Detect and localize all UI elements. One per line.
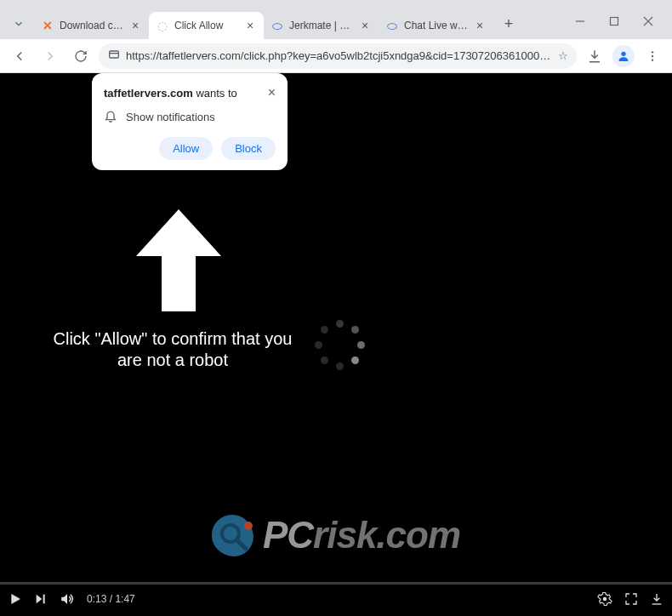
- tab-strip: ✕ Download clean To… × ◌ Click Allow × ⬭…: [0, 9, 672, 39]
- tab-label: Chat Live with Hot …: [404, 20, 470, 31]
- tab-search-button[interactable]: [7, 12, 31, 36]
- address-bar[interactable]: https://taffetlervers.com/click.php?key=…: [99, 43, 577, 69]
- kebab-menu-button[interactable]: [640, 43, 665, 69]
- allow-button[interactable]: Allow: [159, 137, 213, 160]
- tab-4[interactable]: ⬭ Chat Live with Hot … ×: [379, 12, 493, 39]
- svg-point-7: [652, 51, 653, 53]
- tab-label: Jerkmate | Never je…: [289, 20, 355, 31]
- pcrisk-watermark: PCrisk.com: [212, 514, 460, 556]
- video-control-bar: 0:13 / 1:47: [0, 582, 672, 616]
- svg-point-18: [603, 597, 607, 602]
- page-content: taffetlervers.com wants to × Show notifi…: [0, 73, 672, 616]
- url-text: https://taffetlervers.com/click.php?key=…: [126, 49, 553, 62]
- download-video-button[interactable]: [650, 592, 663, 606]
- svg-marker-10: [136, 209, 221, 311]
- tab-close-icon[interactable]: ×: [243, 19, 257, 32]
- fullscreen-button[interactable]: [624, 592, 638, 606]
- svg-point-9: [652, 59, 653, 60]
- favicon-icon: ✕: [41, 19, 54, 32]
- tab-2-active[interactable]: ◌ Click Allow ×: [149, 12, 264, 39]
- next-button[interactable]: [34, 592, 48, 606]
- favicon-icon: ⬭: [385, 19, 399, 32]
- downloads-button[interactable]: [582, 43, 607, 69]
- notification-permission-popup: taffetlervers.com wants to × Show notifi…: [92, 73, 288, 170]
- close-window-button[interactable]: [631, 9, 665, 34]
- site-info-icon[interactable]: [107, 48, 121, 64]
- window-titlebar: [0, 0, 672, 9]
- new-tab-button[interactable]: +: [497, 12, 521, 36]
- svg-marker-15: [37, 595, 43, 604]
- tab-label: Click Allow: [174, 20, 240, 31]
- svg-marker-14: [11, 594, 20, 604]
- svg-point-6: [621, 51, 625, 55]
- svg-rect-16: [43, 595, 45, 604]
- video-progress-bar[interactable]: [0, 582, 672, 585]
- tab-label: Download clean To…: [60, 20, 125, 31]
- tab-close-icon[interactable]: ×: [473, 19, 487, 32]
- browser-toolbar: https://taffetlervers.com/click.php?key=…: [0, 39, 672, 73]
- tab-close-icon[interactable]: ×: [358, 19, 372, 32]
- permission-close-icon[interactable]: ×: [268, 85, 276, 100]
- svg-marker-17: [61, 594, 67, 604]
- svg-point-8: [652, 54, 653, 56]
- tab-close-icon[interactable]: ×: [128, 19, 142, 32]
- bell-icon: [104, 109, 117, 125]
- minimize-button[interactable]: [563, 9, 597, 34]
- up-arrow-graphic: [136, 209, 221, 315]
- favicon-icon: ⬭: [271, 19, 284, 32]
- window-controls: [563, 9, 665, 39]
- tab-1[interactable]: ✕ Download clean To… ×: [34, 12, 149, 39]
- bookmark-star-icon[interactable]: ☆: [558, 49, 568, 62]
- permission-text: Show notifications: [126, 111, 215, 123]
- play-button[interactable]: [9, 592, 22, 606]
- maximize-button[interactable]: [597, 9, 631, 34]
- page-instruction-text: Click "Allow" to confirm that you are no…: [49, 328, 296, 371]
- svg-rect-1: [611, 18, 618, 26]
- reload-button[interactable]: [68, 43, 94, 69]
- loading-spinner: [315, 320, 366, 371]
- back-button[interactable]: [7, 43, 32, 69]
- svg-rect-4: [110, 51, 119, 58]
- tab-3[interactable]: ⬭ Jerkmate | Never je… ×: [264, 12, 379, 39]
- svg-point-11: [214, 517, 253, 556]
- volume-button[interactable]: [60, 591, 75, 607]
- watermark-text: PCrisk.com: [263, 514, 460, 556]
- permission-title: taffetlervers.com wants to: [104, 87, 237, 100]
- watermark-logo-icon: [212, 515, 253, 556]
- profile-avatar[interactable]: [612, 45, 635, 67]
- settings-icon[interactable]: [597, 591, 612, 607]
- favicon-icon: ◌: [156, 19, 169, 32]
- video-time: 0:13 / 1:47: [87, 593, 135, 605]
- forward-button[interactable]: [37, 43, 63, 69]
- block-button[interactable]: Block: [221, 137, 276, 160]
